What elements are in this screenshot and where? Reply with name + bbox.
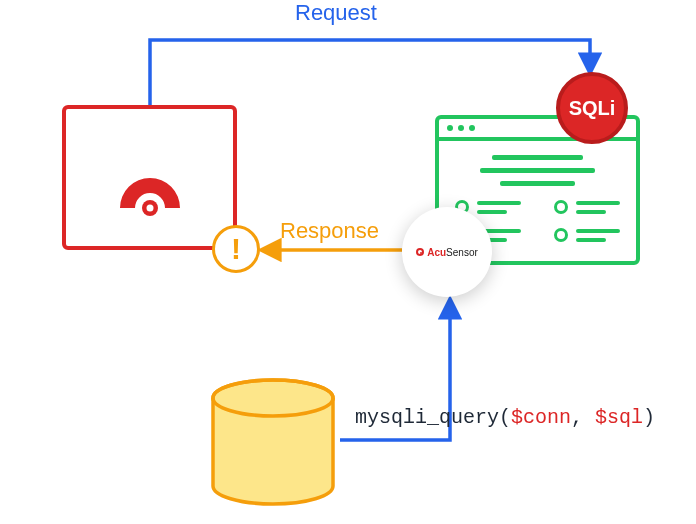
svg-point-1 [146, 205, 153, 212]
request-label: Request [295, 0, 377, 26]
diagram-canvas: ! [0, 0, 696, 524]
alert-glyph: ! [231, 234, 241, 264]
response-label: Response [280, 218, 379, 244]
scanner-logo-icon [110, 158, 190, 218]
database-node [208, 378, 338, 506]
acusensor-label: AcuSensor [427, 247, 478, 258]
code-snippet: mysqli_query($conn, $sql) [355, 406, 655, 429]
window-controls-icon [447, 125, 475, 131]
alert-badge-icon: ! [212, 225, 260, 273]
acusensor-dot-icon [416, 248, 424, 256]
sqli-badge: SQLi [556, 72, 628, 144]
request-arrow [150, 40, 590, 105]
scanner-node [62, 105, 237, 250]
sqli-label: SQLi [569, 97, 616, 120]
database-icon [208, 378, 338, 506]
acusensor-node: AcuSensor [402, 207, 492, 297]
